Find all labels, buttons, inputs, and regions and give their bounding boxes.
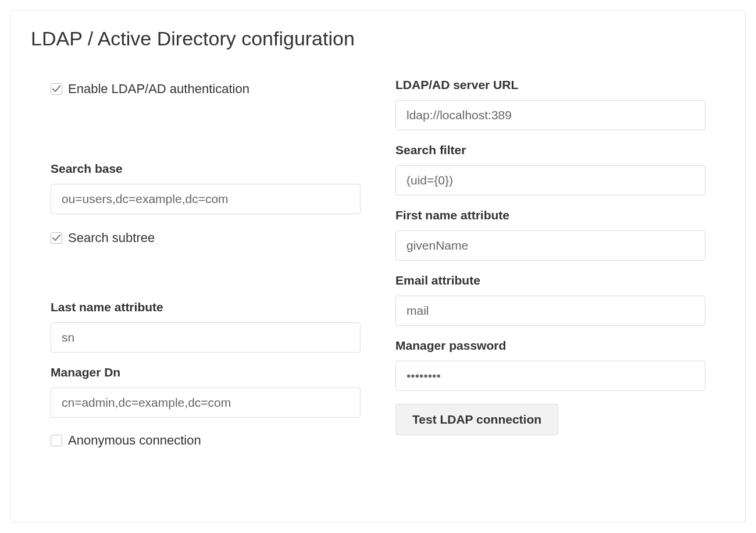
server-url-input[interactable]: [395, 100, 705, 130]
email-group: Email attribute: [395, 273, 705, 326]
search-base-input[interactable]: [51, 184, 361, 214]
search-base-group: Search base: [51, 162, 361, 214]
test-button-group: Test LDAP connection: [395, 404, 705, 435]
manager-password-input[interactable]: [395, 361, 705, 391]
search-base-label: Search base: [51, 162, 361, 176]
enable-auth-checkbox[interactable]: [51, 83, 62, 95]
checkmark-icon: [52, 84, 61, 94]
form-body: Enable LDAP/AD authentication Search bas…: [30, 78, 726, 461]
email-input[interactable]: [395, 296, 705, 326]
anonymous-row: Anonymous connection: [51, 433, 361, 448]
panel-title: LDAP / Active Directory configuration: [31, 27, 726, 50]
last-name-group: Last name attribute: [51, 300, 361, 353]
last-name-input[interactable]: [51, 322, 361, 353]
manager-dn-label: Manager Dn: [51, 365, 361, 379]
email-label: Email attribute: [395, 273, 705, 287]
left-column: Enable LDAP/AD authentication Search bas…: [51, 78, 361, 461]
enable-auth-label: Enable LDAP/AD authentication: [68, 81, 249, 97]
search-subtree-row: Search subtree: [51, 230, 361, 246]
enable-auth-group: Enable LDAP/AD authentication: [51, 81, 361, 97]
right-column: LDAP/AD server URL Search filter First n…: [395, 78, 705, 461]
search-filter-label: Search filter: [395, 143, 705, 157]
anonymous-checkbox[interactable]: [51, 435, 62, 446]
test-connection-button[interactable]: Test LDAP connection: [395, 404, 558, 435]
manager-dn-group: Manager Dn: [51, 365, 361, 418]
first-name-group: First name attribute: [395, 208, 705, 261]
manager-password-label: Manager password: [395, 339, 705, 353]
anonymous-group: Anonymous connection: [51, 433, 361, 448]
server-url-label: LDAP/AD server URL: [395, 78, 705, 92]
first-name-input[interactable]: [395, 230, 705, 261]
search-subtree-group: Search subtree: [51, 230, 361, 246]
server-url-group: LDAP/AD server URL: [395, 78, 705, 130]
enable-auth-row: Enable LDAP/AD authentication: [51, 81, 361, 97]
anonymous-label: Anonymous connection: [68, 433, 201, 448]
search-subtree-checkbox[interactable]: [51, 232, 62, 244]
last-name-label: Last name attribute: [51, 300, 361, 314]
manager-password-group: Manager password: [395, 339, 705, 391]
checkmark-icon: [52, 233, 61, 243]
manager-dn-input[interactable]: [51, 388, 361, 418]
ldap-config-panel: LDAP / Active Directory configuration En…: [10, 10, 746, 523]
search-filter-input[interactable]: [395, 165, 705, 196]
search-subtree-label: Search subtree: [68, 230, 155, 246]
first-name-label: First name attribute: [395, 208, 705, 222]
search-filter-group: Search filter: [395, 143, 705, 196]
